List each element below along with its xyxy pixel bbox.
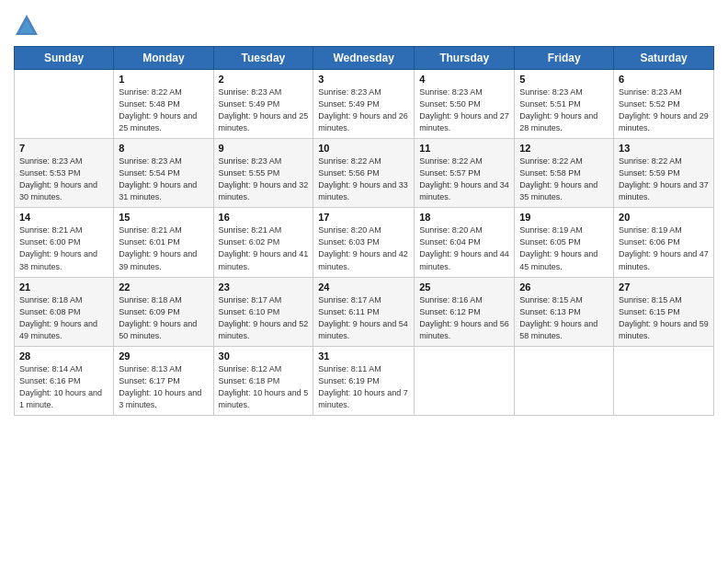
calendar-week-row: 28Sunrise: 8:14 AMSunset: 6:16 PMDayligh… (15, 346, 714, 415)
day-info: Sunrise: 8:20 AMSunset: 6:03 PMDaylight:… (318, 224, 409, 272)
calendar-week-row: 21Sunrise: 8:18 AMSunset: 6:08 PMDayligh… (15, 277, 714, 346)
calendar-cell: 22Sunrise: 8:18 AMSunset: 6:09 PMDayligh… (114, 277, 213, 346)
calendar-cell: 25Sunrise: 8:16 AMSunset: 6:12 PMDayligh… (415, 277, 515, 346)
day-number: 28 (19, 350, 108, 362)
day-number: 13 (619, 143, 709, 154)
calendar-cell: 14Sunrise: 8:21 AMSunset: 6:00 PMDayligh… (15, 208, 114, 277)
calendar-cell: 12Sunrise: 8:22 AMSunset: 5:58 PMDayligh… (515, 139, 614, 208)
day-info: Sunrise: 8:21 AMSunset: 6:01 PMDaylight:… (119, 224, 208, 272)
calendar-cell: 1Sunrise: 8:22 AMSunset: 5:48 PMDaylight… (114, 70, 213, 139)
day-number: 1 (119, 74, 208, 85)
calendar-cell: 17Sunrise: 8:20 AMSunset: 6:03 PMDayligh… (313, 208, 415, 277)
day-info: Sunrise: 8:23 AMSunset: 5:52 PMDaylight:… (619, 86, 709, 134)
day-info: Sunrise: 8:23 AMSunset: 5:54 PMDaylight:… (119, 155, 208, 203)
calendar-week-row: 7Sunrise: 8:23 AMSunset: 5:53 PMDaylight… (15, 139, 714, 208)
day-number: 17 (318, 212, 409, 223)
calendar-cell: 19Sunrise: 8:19 AMSunset: 6:05 PMDayligh… (515, 208, 614, 277)
day-info: Sunrise: 8:22 AMSunset: 5:59 PMDaylight:… (619, 155, 709, 203)
calendar-cell: 2Sunrise: 8:23 AMSunset: 5:49 PMDaylight… (213, 70, 313, 139)
day-info: Sunrise: 8:18 AMSunset: 6:09 PMDaylight:… (119, 294, 208, 342)
calendar-header-thursday: Thursday (415, 47, 515, 70)
day-info: Sunrise: 8:12 AMSunset: 6:18 PMDaylight:… (219, 363, 309, 411)
day-number: 20 (619, 212, 709, 223)
day-number: 31 (318, 350, 409, 362)
day-info: Sunrise: 8:19 AMSunset: 6:05 PMDaylight:… (519, 224, 609, 272)
calendar-cell: 27Sunrise: 8:15 AMSunset: 6:15 PMDayligh… (614, 277, 714, 346)
day-info: Sunrise: 8:22 AMSunset: 5:48 PMDaylight:… (119, 86, 208, 134)
day-info: Sunrise: 8:21 AMSunset: 6:02 PMDaylight:… (219, 224, 309, 272)
calendar-header-saturday: Saturday (614, 47, 714, 70)
day-info: Sunrise: 8:19 AMSunset: 6:06 PMDaylight:… (619, 224, 709, 272)
day-info: Sunrise: 8:14 AMSunset: 6:16 PMDaylight:… (19, 363, 108, 411)
day-number: 14 (19, 212, 108, 223)
day-info: Sunrise: 8:22 AMSunset: 5:56 PMDaylight:… (318, 155, 409, 203)
day-info: Sunrise: 8:21 AMSunset: 6:00 PMDaylight:… (19, 224, 108, 272)
day-info: Sunrise: 8:15 AMSunset: 6:13 PMDaylight:… (519, 294, 609, 342)
day-number: 6 (619, 74, 709, 85)
calendar-page: SundayMondayTuesdayWednesdayThursdayFrid… (0, 0, 728, 563)
calendar-cell: 7Sunrise: 8:23 AMSunset: 5:53 PMDaylight… (15, 139, 114, 208)
calendar-week-row: 1Sunrise: 8:22 AMSunset: 5:48 PMDaylight… (15, 70, 714, 139)
day-number: 29 (119, 350, 208, 362)
day-number: 4 (419, 74, 509, 85)
day-info: Sunrise: 8:23 AMSunset: 5:50 PMDaylight:… (419, 86, 509, 134)
day-info: Sunrise: 8:23 AMSunset: 5:49 PMDaylight:… (219, 86, 309, 134)
day-info: Sunrise: 8:23 AMSunset: 5:55 PMDaylight:… (219, 155, 309, 203)
calendar-header-row: SundayMondayTuesdayWednesdayThursdayFrid… (15, 47, 714, 70)
day-number: 7 (19, 143, 108, 154)
day-number: 25 (419, 282, 509, 293)
day-info: Sunrise: 8:23 AMSunset: 5:53 PMDaylight:… (19, 155, 108, 203)
logo-icon (14, 13, 40, 39)
calendar-cell: 4Sunrise: 8:23 AMSunset: 5:50 PMDaylight… (415, 70, 515, 139)
day-number: 30 (219, 350, 309, 362)
calendar-cell: 15Sunrise: 8:21 AMSunset: 6:01 PMDayligh… (114, 208, 213, 277)
calendar-cell: 21Sunrise: 8:18 AMSunset: 6:08 PMDayligh… (15, 277, 114, 346)
day-info: Sunrise: 8:15 AMSunset: 6:15 PMDaylight:… (619, 294, 709, 342)
calendar-cell (15, 70, 114, 139)
day-number: 15 (119, 212, 208, 223)
calendar-cell: 28Sunrise: 8:14 AMSunset: 6:16 PMDayligh… (15, 346, 114, 415)
day-info: Sunrise: 8:17 AMSunset: 6:10 PMDaylight:… (219, 294, 309, 342)
day-number: 3 (318, 74, 409, 85)
calendar-cell: 5Sunrise: 8:23 AMSunset: 5:51 PMDaylight… (515, 70, 614, 139)
day-number: 9 (219, 143, 309, 154)
day-info: Sunrise: 8:17 AMSunset: 6:11 PMDaylight:… (318, 294, 409, 342)
day-info: Sunrise: 8:23 AMSunset: 5:49 PMDaylight:… (318, 86, 409, 134)
day-number: 11 (419, 143, 509, 154)
calendar-cell (515, 346, 614, 415)
day-info: Sunrise: 8:22 AMSunset: 5:58 PMDaylight:… (519, 155, 609, 203)
day-number: 24 (318, 282, 409, 293)
calendar-cell: 9Sunrise: 8:23 AMSunset: 5:55 PMDaylight… (213, 139, 313, 208)
day-number: 12 (519, 143, 609, 154)
day-info: Sunrise: 8:18 AMSunset: 6:08 PMDaylight:… (19, 294, 108, 342)
day-number: 10 (318, 143, 409, 154)
calendar-header-sunday: Sunday (15, 47, 114, 70)
calendar-cell: 8Sunrise: 8:23 AMSunset: 5:54 PMDaylight… (114, 139, 213, 208)
day-info: Sunrise: 8:13 AMSunset: 6:17 PMDaylight:… (119, 363, 208, 411)
day-number: 8 (119, 143, 208, 154)
calendar-header-friday: Friday (515, 47, 614, 70)
calendar-header-wednesday: Wednesday (313, 47, 415, 70)
calendar-week-row: 14Sunrise: 8:21 AMSunset: 6:00 PMDayligh… (15, 208, 714, 277)
day-info: Sunrise: 8:20 AMSunset: 6:04 PMDaylight:… (419, 224, 509, 272)
calendar-cell (614, 346, 714, 415)
day-info: Sunrise: 8:23 AMSunset: 5:51 PMDaylight:… (519, 86, 609, 134)
calendar-cell: 13Sunrise: 8:22 AMSunset: 5:59 PMDayligh… (614, 139, 714, 208)
calendar-cell: 20Sunrise: 8:19 AMSunset: 6:06 PMDayligh… (614, 208, 714, 277)
calendar-cell: 29Sunrise: 8:13 AMSunset: 6:17 PMDayligh… (114, 346, 213, 415)
day-number: 18 (419, 212, 509, 223)
day-info: Sunrise: 8:16 AMSunset: 6:12 PMDaylight:… (419, 294, 509, 342)
calendar-cell: 30Sunrise: 8:12 AMSunset: 6:18 PMDayligh… (213, 346, 313, 415)
calendar-cell: 23Sunrise: 8:17 AMSunset: 6:10 PMDayligh… (213, 277, 313, 346)
calendar-header-tuesday: Tuesday (213, 47, 313, 70)
calendar-cell (415, 346, 515, 415)
calendar-cell: 6Sunrise: 8:23 AMSunset: 5:52 PMDaylight… (614, 70, 714, 139)
calendar-cell: 24Sunrise: 8:17 AMSunset: 6:11 PMDayligh… (313, 277, 415, 346)
day-number: 26 (519, 282, 609, 293)
day-number: 23 (219, 282, 309, 293)
calendar-cell: 26Sunrise: 8:15 AMSunset: 6:13 PMDayligh… (515, 277, 614, 346)
day-number: 21 (19, 282, 108, 293)
calendar-cell: 10Sunrise: 8:22 AMSunset: 5:56 PMDayligh… (313, 139, 415, 208)
day-number: 16 (219, 212, 309, 223)
day-info: Sunrise: 8:22 AMSunset: 5:57 PMDaylight:… (419, 155, 509, 203)
